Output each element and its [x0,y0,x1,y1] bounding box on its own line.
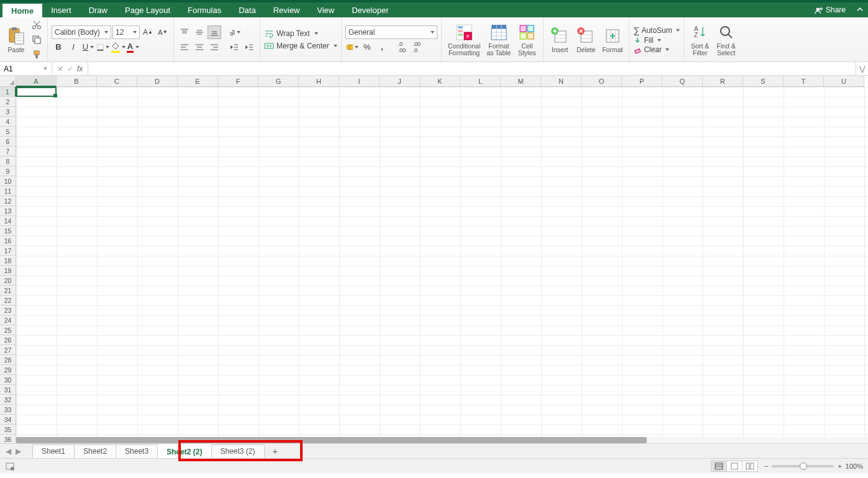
sheet-tab-sheet2-2-[interactable]: Sheet2 (2) [157,444,211,458]
row-header-14[interactable]: 14 [0,216,16,226]
column-header-R[interactable]: R [703,76,743,87]
row-header-13[interactable]: 13 [0,206,16,216]
ribbon-tab-page-layout[interactable]: Page Layout [116,2,179,17]
autosum-button[interactable]: ∑AutoSum [633,25,679,35]
find-select-button[interactable]: Find & Select [714,22,739,56]
cancel-formula-button[interactable]: ✕ [57,65,63,73]
sheet-nav-prev[interactable]: ◀ [4,446,12,457]
zoom-slider[interactable] [772,465,834,467]
row-header-15[interactable]: 15 [0,226,16,236]
decrease-font-button[interactable]: A▼ [156,25,170,39]
column-header-G[interactable]: G [258,76,299,87]
orientation-button[interactable]: ab [227,25,241,39]
percent-format-button[interactable]: % [360,40,374,54]
zoom-level[interactable]: 100% [846,462,863,470]
column-header-C[interactable]: C [97,76,137,87]
horizontal-scrollbar[interactable] [16,437,868,443]
format-as-table-button[interactable]: Format as Table [484,22,513,56]
align-center-button[interactable] [193,40,206,54]
row-header-11[interactable]: 11 [0,186,16,196]
sort-filter-button[interactable]: AZ Sort & Filter [688,22,713,56]
font-size-select[interactable]: 12 [112,25,140,39]
sheet-tab-sheet3-2-[interactable]: Sheet3 (2) [211,444,265,458]
row-header-2[interactable]: 2 [0,97,16,107]
column-header-Q[interactable]: Q [662,76,703,87]
insert-cells-button[interactable]: Insert [547,26,572,53]
sheet-nav-next[interactable]: ▶ [14,446,22,457]
column-header-I[interactable]: I [339,76,380,87]
normal-view-button[interactable] [711,461,727,472]
row-header-31[interactable]: 31 [0,385,16,395]
column-header-U[interactable]: U [824,76,864,87]
row-header-35[interactable]: 35 [0,425,16,435]
column-header-M[interactable]: M [501,76,541,87]
row-header-19[interactable]: 19 [0,266,16,276]
cell-styles-button[interactable]: Cell Styles [514,22,539,56]
column-header-H[interactable]: H [299,76,339,87]
increase-font-button[interactable]: A▲ [141,25,155,39]
row-header-29[interactable]: 29 [0,365,16,375]
font-color-button[interactable]: A [126,40,140,54]
share-button[interactable]: Share [808,2,852,17]
row-header-3[interactable]: 3 [0,107,16,117]
row-header-23[interactable]: 23 [0,305,16,315]
bold-button[interactable]: B [52,40,65,54]
format-painter-button[interactable] [30,48,43,61]
row-header-5[interactable]: 5 [0,127,16,137]
underline-button[interactable]: U [81,40,95,54]
copy-button[interactable] [30,33,43,47]
row-header-17[interactable]: 17 [0,246,16,256]
row-header-20[interactable]: 20 [0,276,16,286]
format-cells-button[interactable]: Format [600,26,625,53]
column-header-O[interactable]: O [582,76,622,87]
collapse-ribbon-button[interactable] [852,2,868,17]
merge-center-button[interactable]: Merge & Center [264,41,337,51]
fill-color-button[interactable] [111,40,125,54]
align-bottom-button[interactable] [208,25,221,39]
column-header-J[interactable]: J [380,76,420,87]
delete-cells-button[interactable]: Delete [573,26,598,53]
name-box[interactable]: A1▼ [0,62,52,75]
cells-area[interactable] [16,87,868,443]
add-sheet-button[interactable]: + [269,446,281,456]
align-top-button[interactable] [178,25,191,39]
column-header-B[interactable]: B [57,76,97,87]
ribbon-tab-review[interactable]: Review [265,2,309,17]
row-header-7[interactable]: 7 [0,147,16,156]
align-middle-button[interactable] [193,25,206,39]
row-header-27[interactable]: 27 [0,345,16,355]
zoom-out-button[interactable]: − [764,462,768,470]
sheet-tab-sheet1[interactable]: Sheet1 [32,444,75,458]
row-header-8[interactable]: 8 [0,156,16,166]
column-header-L[interactable]: L [460,76,501,87]
row-header-28[interactable]: 28 [0,355,16,365]
row-header-9[interactable]: 9 [0,166,16,176]
row-header-30[interactable]: 30 [0,375,16,385]
ribbon-tab-formulas[interactable]: Formulas [179,2,230,17]
column-header-N[interactable]: N [541,76,582,87]
page-layout-view-button[interactable] [726,461,742,472]
enter-formula-button[interactable]: ✓ [67,65,73,73]
row-header-24[interactable]: 24 [0,315,16,325]
ribbon-tab-data[interactable]: Data [230,2,264,17]
column-header-P[interactable]: P [622,76,662,87]
comma-format-button[interactable]: , [375,40,389,54]
column-header-K[interactable]: K [420,76,460,87]
italic-button[interactable]: I [66,40,80,54]
column-header-A[interactable]: A [16,76,57,87]
sheet-tab-sheet2[interactable]: Sheet2 [74,444,116,458]
row-header-32[interactable]: 32 [0,395,16,405]
column-header-E[interactable]: E [178,76,218,87]
conditional-formatting-button[interactable]: ≠ Conditional Formatting [445,22,483,56]
row-header-26[interactable]: 26 [0,335,16,345]
column-header-T[interactable]: T [783,76,824,87]
column-header-S[interactable]: S [743,76,783,87]
ribbon-tab-insert[interactable]: Insert [42,2,80,17]
align-left-button[interactable] [178,40,191,54]
row-header-1[interactable]: 1 [0,87,16,97]
decrease-indent-button[interactable] [227,40,241,54]
wrap-text-button[interactable]: Wrap Text [264,29,337,38]
row-header-4[interactable]: 4 [0,117,16,127]
number-format-select[interactable]: General [345,25,437,39]
font-name-select[interactable]: Calibri (Body) [52,25,111,39]
